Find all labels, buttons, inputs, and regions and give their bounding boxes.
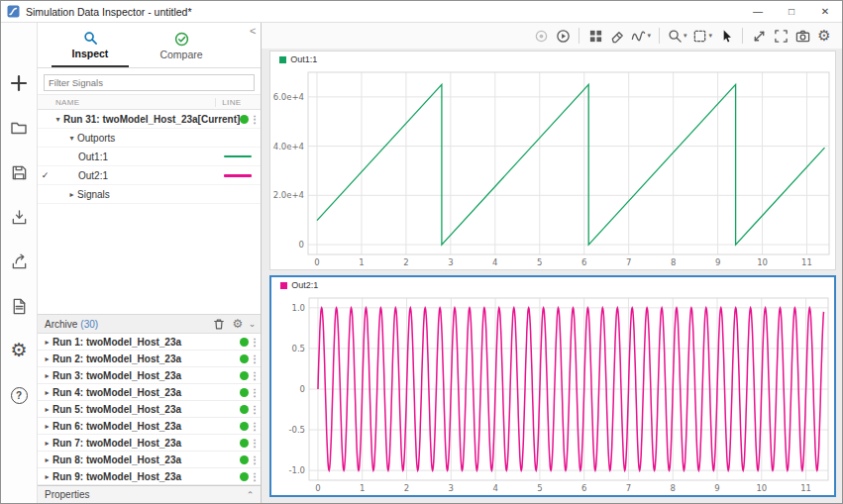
svg-text:3: 3 — [449, 257, 454, 267]
collapsed-caret-icon[interactable]: ▸ — [42, 422, 53, 431]
save-icon — [11, 164, 28, 181]
app-window: Simulation Data Inspector - untitled* — … — [0, 0, 843, 504]
svg-text:8: 8 — [671, 483, 676, 493]
collapsed-caret-icon[interactable]: ▸ — [42, 439, 53, 448]
archive-run-row[interactable]: ▸ Run 2: twoModel_Host_23a ⋮ — [38, 351, 261, 367]
signals-group-row[interactable]: ▸ Signals — [38, 185, 261, 204]
svg-text:4.0e+4: 4.0e+4 — [273, 142, 304, 151]
kebab-menu-icon[interactable]: ⋮ — [249, 454, 261, 465]
record-button[interactable] — [531, 25, 551, 47]
tab-compare[interactable]: Compare — [143, 23, 220, 67]
svg-text:0: 0 — [315, 257, 320, 267]
fit-to-view-button[interactable]: ▾ — [690, 25, 714, 47]
settings-button[interactable]: ⚙ — [814, 25, 834, 47]
status-dot-icon — [240, 115, 249, 124]
expand-caret-icon[interactable]: ▾ — [53, 115, 63, 124]
run-row-current[interactable]: ▾ Run 31: twoModel_Host_23a[Current] ⋮ — [38, 110, 261, 129]
close-button[interactable]: ✕ — [808, 1, 842, 22]
expand-button[interactable] — [749, 25, 769, 47]
collapsed-caret-icon[interactable]: ▸ — [42, 371, 53, 380]
expand-properties-icon[interactable]: ⌃ — [247, 490, 255, 500]
collapsed-caret-icon[interactable]: ▸ — [66, 190, 77, 199]
kebab-menu-icon[interactable]: ⋮ — [249, 387, 261, 398]
archive-run-row[interactable]: ▸ Run 4: twoModel_Host_23a ⋮ — [38, 384, 261, 401]
kebab-menu-icon[interactable]: ⋮ — [249, 471, 261, 482]
kebab-menu-icon[interactable]: ⋮ — [249, 370, 261, 381]
open-button[interactable] — [7, 117, 31, 139]
archive-run-list: ▸ Run 1: twoModel_Host_23a ⋮ ▸ Run 2: tw… — [38, 334, 261, 485]
svg-text:1.0: 1.0 — [292, 303, 306, 313]
plot-canvas-out1[interactable]: 0123456789101102.0e+44.0e+46.0e+4 — [270, 67, 835, 269]
legend-label: Out1:1 — [290, 54, 317, 64]
archive-run-row[interactable]: ▸ Run 5: twoModel_Host_23a ⋮ — [38, 401, 261, 418]
checkbox-checked-icon[interactable]: ✓ — [38, 170, 53, 180]
svg-text:1: 1 — [360, 483, 365, 493]
run-name: Run 8: twoModel_Host_23a — [53, 454, 240, 465]
archive-run-row[interactable]: ▸ Run 3: twoModel_Host_23a ⋮ — [38, 367, 261, 384]
clear-plots-button[interactable] — [607, 25, 627, 47]
play-button[interactable] — [553, 25, 573, 47]
status-dot-icon — [240, 405, 249, 414]
import-button[interactable] — [7, 206, 31, 228]
subplot-out1[interactable]: Out1:1 0123456789101102.0e+44.0e+46.0e+4 — [269, 50, 836, 270]
save-button[interactable] — [7, 161, 31, 183]
status-dot-icon — [240, 388, 249, 397]
archive-settings-button[interactable]: ⚙ — [230, 317, 246, 331]
filter-signals-input[interactable] — [44, 74, 255, 91]
legend-label: Out2:1 — [291, 280, 318, 290]
svg-text:11: 11 — [801, 257, 812, 267]
plot-canvas-out2[interactable]: 01234567891011-1.0-0.500.51.0 — [271, 293, 834, 495]
archive-run-row[interactable]: ▸ Run 1: twoModel_Host_23a ⋮ — [38, 334, 261, 351]
properties-bar[interactable]: Properties ⌃ — [38, 485, 261, 503]
archive-header[interactable]: Archive (30) ⚙ ⌄ — [38, 314, 261, 334]
layout-button[interactable] — [585, 25, 605, 47]
archive-run-row[interactable]: ▸ Run 7: twoModel_Host_23a ⋮ — [38, 435, 261, 452]
collapse-panel-button[interactable]: < — [250, 25, 256, 37]
svg-text:0: 0 — [300, 384, 305, 394]
kebab-menu-icon[interactable]: ⋮ — [249, 421, 261, 432]
archive-run-row[interactable]: ▸ Run 8: twoModel_Host_23a ⋮ — [38, 452, 261, 468]
expand-diagonal-icon — [752, 29, 767, 44]
maximize-button[interactable]: □ — [775, 1, 808, 22]
zoom-button[interactable]: ▾ — [666, 25, 689, 47]
minimize-button[interactable]: — — [741, 1, 775, 22]
preferences-button[interactable]: ⚙ — [7, 340, 31, 361]
collapsed-caret-icon[interactable]: ▸ — [42, 455, 53, 464]
line-style-swatch — [224, 174, 252, 177]
kebab-menu-icon[interactable]: ⋮ — [249, 404, 261, 415]
subplot-out2-selected[interactable]: Out2:1 01234567891011-1.0-0.500.51.0 — [269, 275, 836, 497]
collapsed-caret-icon[interactable]: ▸ — [42, 388, 53, 397]
status-dot-icon — [240, 371, 249, 380]
collapsed-caret-icon[interactable]: ▸ — [42, 405, 53, 414]
pointer-tool-button[interactable] — [716, 25, 736, 47]
zoom-icon — [668, 29, 683, 44]
kebab-menu-icon[interactable]: ⋮ — [249, 353, 261, 364]
kebab-menu-icon[interactable]: ⋮ — [249, 438, 261, 449]
svg-text:2: 2 — [404, 483, 409, 493]
expand-caret-icon[interactable]: ▾ — [66, 134, 77, 143]
fullscreen-button[interactable] — [771, 25, 790, 47]
eraser-icon — [610, 29, 625, 44]
add-button[interactable] — [7, 72, 31, 94]
kebab-menu-icon[interactable]: ⋮ — [249, 337, 261, 348]
collapsed-caret-icon[interactable]: ▸ — [42, 338, 53, 347]
tab-inspect[interactable]: Inspect — [52, 23, 129, 67]
outports-row[interactable]: ▾ Outports — [38, 129, 261, 148]
archive-run-row[interactable]: ▸ Run 6: twoModel_Host_23a ⋮ — [38, 418, 261, 435]
signal-options-button[interactable]: ▾ — [629, 25, 653, 47]
delete-run-button[interactable] — [211, 318, 227, 331]
export-button[interactable] — [7, 251, 31, 272]
svg-text:0.5: 0.5 — [292, 344, 306, 353]
panel-spacer — [38, 204, 261, 314]
collapsed-caret-icon[interactable]: ▸ — [42, 472, 53, 481]
signal-row-out2[interactable]: ✓ Out2:1 — [38, 166, 261, 185]
snapshot-button[interactable] — [792, 25, 812, 47]
collapsed-caret-icon[interactable]: ▸ — [42, 354, 53, 363]
create-report-button[interactable] — [7, 295, 31, 317]
archive-run-row[interactable]: ▸ Run 9: twoModel_Host_23a ⋮ — [38, 468, 261, 485]
kebab-menu-icon[interactable]: ⋮ — [249, 114, 261, 125]
help-button[interactable]: ? — [7, 384, 31, 406]
svg-text:10: 10 — [758, 257, 769, 267]
signal-row-out1[interactable]: Out1:1 — [38, 148, 261, 166]
collapse-archive-icon[interactable]: ⌄ — [249, 319, 257, 329]
